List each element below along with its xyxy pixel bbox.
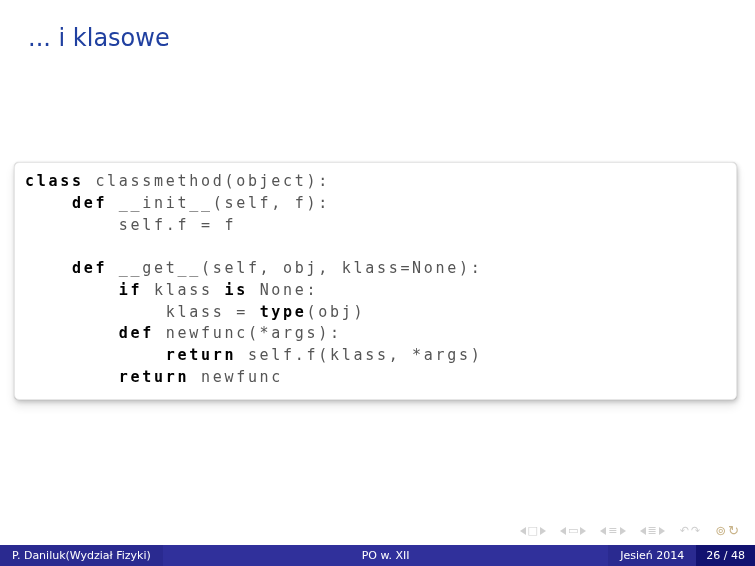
code-text: None:	[248, 281, 318, 299]
nav-doc-start-icon	[640, 527, 646, 535]
nav-frame[interactable]: □	[520, 525, 546, 536]
code-text: klass	[142, 281, 224, 299]
code-text: self.f(klass, *args)	[236, 346, 482, 364]
nav-doc-end-icon	[659, 527, 665, 535]
footer-bar: P. Daniluk(Wydział Fizyki) PO w. XII Jes…	[0, 545, 755, 566]
reload-arrow-icon: ↻	[728, 523, 739, 538]
kw-type: type	[260, 303, 307, 321]
nav-section[interactable]: ≡	[600, 525, 625, 536]
kw-if: if	[25, 281, 142, 299]
code-text: __init__(self, f):	[107, 194, 330, 212]
doc-icon: ≣	[647, 525, 658, 536]
nav-doc[interactable]: ≣	[640, 525, 665, 536]
forward-icon: ↷	[690, 525, 701, 536]
beamer-nav: □ ▭ ≡ ≣ ↶ ↷ ⊚ ↻	[520, 523, 740, 538]
code-text: self.f = f	[25, 216, 236, 234]
kw-def: def	[25, 194, 107, 212]
nav-back-forward[interactable]: ↶ ↷	[679, 525, 701, 536]
code-text: __get__(self, obj, klass=None):	[107, 259, 482, 277]
nav-search[interactable]: ⊚ ↻	[715, 523, 739, 538]
section-icon: ≡	[607, 525, 618, 536]
nav-prev-sub-icon	[560, 527, 566, 535]
kw-return: return	[25, 346, 236, 364]
kw-def: def	[25, 324, 154, 342]
kw-class: class	[25, 172, 84, 190]
footer-date: Jesień 2014	[608, 545, 696, 566]
reload-icon: ⊚	[715, 523, 726, 538]
code-text: (obj)	[307, 303, 366, 321]
kw-return: return	[25, 368, 189, 386]
code-content: class classmethod(object): def __init__(…	[25, 171, 726, 389]
code-text: klass =	[25, 303, 260, 321]
nav-next-frame-icon	[540, 527, 546, 535]
back-icon: ↶	[679, 525, 690, 536]
code-text: classmethod(object):	[84, 172, 330, 190]
kw-is: is	[224, 281, 247, 299]
nav-prev-sec-icon	[600, 527, 606, 535]
nav-next-sec-icon	[620, 527, 626, 535]
subsection-icon: ▭	[567, 525, 579, 536]
slide-title: ... i klasowe	[28, 24, 170, 52]
code-block: class classmethod(object): def __init__(…	[14, 162, 737, 400]
nav-next-sub-icon	[580, 527, 586, 535]
footer-title: PO w. XII	[163, 545, 608, 566]
code-text: newfunc	[189, 368, 283, 386]
frame-icon: □	[527, 525, 539, 536]
footer-page: 26 / 48	[696, 545, 755, 566]
nav-subsection[interactable]: ▭	[560, 525, 586, 536]
kw-def: def	[25, 259, 107, 277]
code-text: newfunc(*args):	[154, 324, 342, 342]
footer-author: P. Daniluk(Wydział Fizyki)	[0, 545, 163, 566]
nav-prev-frame-icon	[520, 527, 526, 535]
